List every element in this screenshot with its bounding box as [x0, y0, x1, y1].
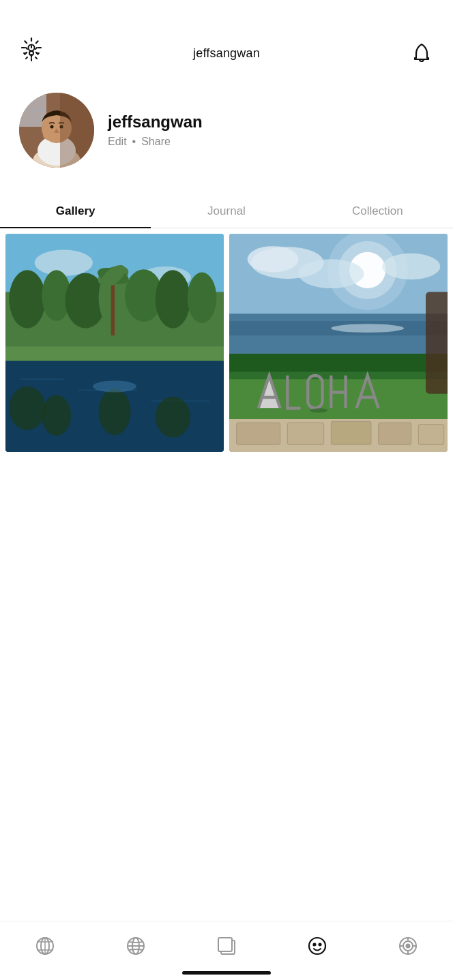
profile-username: jeffsangwan: [108, 112, 203, 132]
gallery-grid: [0, 228, 453, 457]
notification-icon[interactable]: [409, 41, 434, 65]
svg-point-48: [382, 254, 440, 279]
svg-point-38: [156, 397, 190, 438]
tabs-nav: Gallery Journal Collection: [0, 195, 453, 228]
profile-actions: Edit • Share: [108, 136, 203, 148]
svg-point-75: [319, 944, 321, 946]
svg-rect-58: [237, 423, 280, 444]
svg-point-35: [9, 386, 45, 430]
gallery-item[interactable]: [5, 234, 224, 452]
svg-point-51: [331, 324, 404, 333]
nav-face[interactable]: [300, 932, 334, 960]
edit-button[interactable]: Edit: [108, 136, 127, 148]
svg-point-23: [156, 270, 190, 328]
svg-point-10: [50, 125, 54, 129]
svg-point-24: [188, 273, 217, 324]
svg-point-47: [298, 259, 364, 288]
profile-info: jeffsangwan Edit • Share: [108, 112, 203, 148]
svg-point-9: [43, 129, 57, 140]
nav-target[interactable]: [391, 932, 425, 960]
tab-collection[interactable]: Collection: [302, 195, 453, 228]
nav-filter[interactable]: [28, 932, 62, 960]
home-indicator: [182, 971, 271, 975]
svg-rect-63: [426, 292, 448, 393]
nav-stack[interactable]: [209, 932, 244, 960]
svg-point-1: [29, 45, 35, 51]
header-title: jeffsangwan: [193, 46, 260, 61]
tab-gallery[interactable]: Gallery: [0, 195, 151, 228]
svg-rect-25: [111, 277, 115, 335]
svg-point-37: [99, 388, 131, 435]
header: jeffsangwan: [0, 0, 453, 79]
svg-point-36: [42, 395, 71, 436]
svg-point-46: [248, 246, 299, 272]
svg-point-56: [310, 408, 327, 412]
svg-rect-61: [379, 423, 411, 444]
gallery-item[interactable]: [229, 234, 448, 452]
avatar[interactable]: [19, 93, 94, 168]
svg-rect-5: [19, 110, 46, 111]
svg-point-18: [9, 270, 45, 328]
svg-rect-12: [60, 93, 94, 168]
action-separator: •: [132, 136, 136, 148]
tab-journal[interactable]: Journal: [151, 195, 302, 228]
svg-rect-72: [218, 938, 232, 951]
settings-gear[interactable]: [19, 35, 44, 60]
svg-point-78: [406, 945, 409, 948]
profile-section: jeffsangwan Edit • Share: [0, 79, 453, 188]
nav-globe[interactable]: [119, 932, 153, 960]
svg-point-74: [313, 944, 315, 946]
svg-point-39: [93, 380, 136, 392]
svg-rect-62: [418, 424, 443, 444]
svg-rect-59: [287, 423, 323, 444]
svg-point-15: [35, 249, 93, 275]
svg-rect-53: [229, 354, 448, 372]
share-button[interactable]: Share: [141, 136, 171, 148]
svg-rect-60: [331, 421, 371, 444]
svg-point-73: [309, 938, 325, 954]
